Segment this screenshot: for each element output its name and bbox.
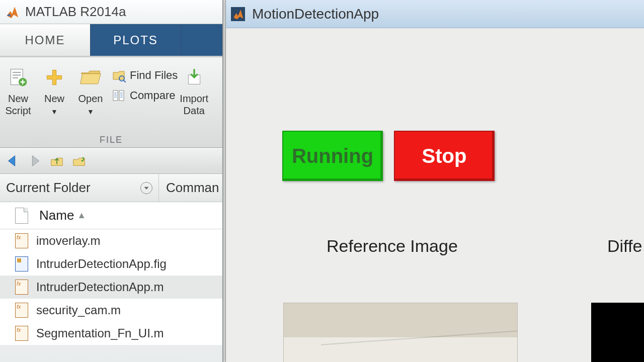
matlab-window: MATLAB R2014a HOME PLOTS NewScript New▼ … [0, 0, 223, 362]
matlab-title: MATLAB R2014a [25, 4, 126, 20]
running-button-label: Running [292, 145, 373, 167]
new-script-icon [5, 64, 31, 90]
file-row[interactable]: security_cam.m [0, 299, 222, 322]
file-list: imoverlay.mIntruderDetectionApp.figIntru… [0, 229, 222, 345]
file-name: imoverlay.m [36, 234, 101, 248]
address-navbar [0, 148, 222, 174]
chevron-down-icon: ▼ [51, 108, 58, 116]
name-column-header: Name [39, 208, 74, 223]
svg-rect-7 [119, 90, 124, 101]
svg-rect-9 [231, 7, 245, 21]
stop-button-label: Stop [422, 145, 467, 167]
reference-image-label: Reference Image [327, 236, 458, 256]
svg-rect-6 [113, 90, 118, 101]
matlab-logo-icon [5, 5, 19, 19]
command-window-label: Comman [166, 180, 219, 196]
matlab-titlebar: MATLAB R2014a [0, 0, 222, 24]
tab-plots-label: PLOTS [113, 33, 158, 47]
file-name: IntruderDetectionApp.fig [36, 257, 167, 271]
matlab-app-icon [231, 7, 245, 21]
tab-home[interactable]: HOME [0, 24, 91, 56]
back-icon[interactable] [5, 153, 20, 168]
forward-icon[interactable] [27, 153, 42, 168]
toolstrip-file-section: NewScript New▼ Open▼ Find Files [0, 57, 222, 148]
new-button[interactable]: New▼ [41, 64, 67, 117]
fig-file-icon [15, 256, 28, 272]
import-data-button[interactable]: ImportData [180, 64, 208, 117]
find-files-icon [112, 68, 126, 82]
browse-folder-icon[interactable] [71, 153, 87, 168]
app-title: MotionDetectionApp [252, 6, 379, 22]
tab-plots[interactable]: PLOTS [91, 24, 181, 56]
import-label: ImportData [180, 93, 208, 117]
file-name: security_cam.m [36, 303, 121, 317]
svg-rect-2 [13, 75, 21, 76]
file-icon [15, 208, 28, 224]
folder-open-icon [77, 64, 104, 90]
up-folder-icon[interactable] [49, 153, 64, 168]
motion-detection-app-window: MotionDetectionApp Intruder Running Stop… [225, 0, 644, 362]
open-label: Open▼ [78, 93, 103, 117]
command-window-panel-header[interactable]: Comman [159, 174, 225, 202]
new-script-button[interactable]: NewScript [5, 64, 31, 117]
panel-menu-icon[interactable] [140, 182, 152, 194]
chevron-down-icon: ▼ [87, 108, 94, 116]
running-button[interactable]: Running [282, 131, 383, 181]
tab-home-label: HOME [25, 33, 65, 47]
m-file-icon [15, 326, 28, 341]
open-button[interactable]: Open▼ [77, 64, 104, 117]
m-file-icon [15, 280, 28, 295]
svg-rect-3 [13, 77, 18, 78]
m-file-icon [15, 303, 28, 318]
app-body: Intruder Running Stop Reference Image Di… [226, 28, 644, 362]
file-name: IntruderDetectionApp.m [36, 280, 164, 294]
app-titlebar: MotionDetectionApp [226, 0, 644, 28]
toolstrip-section-label: FILE [0, 135, 222, 145]
reference-image [283, 303, 518, 362]
file-row[interactable]: imoverlay.m [0, 229, 222, 252]
file-list-header[interactable]: Name ▲ [0, 202, 222, 229]
difference-image-label: Diffe [607, 236, 642, 256]
compare-button[interactable]: Compare [112, 88, 178, 103]
file-row[interactable]: IntruderDetectionApp.m [0, 276, 222, 299]
compare-icon [112, 88, 126, 103]
stop-button[interactable]: Stop [394, 131, 495, 181]
m-file-icon [15, 233, 28, 248]
sort-asc-icon: ▲ [77, 210, 86, 221]
new-label: New▼ [44, 93, 64, 117]
file-row[interactable]: Segmentation_Fn_UI.m [0, 322, 222, 345]
plus-icon [41, 64, 67, 90]
svg-rect-1 [13, 72, 21, 73]
tab-partial[interactable] [181, 24, 222, 56]
import-icon [181, 64, 207, 90]
new-script-label: NewScript [5, 93, 31, 117]
find-files-button[interactable]: Find Files [112, 68, 178, 82]
find-files-label: Find Files [130, 69, 178, 82]
ribbon-tabs: HOME PLOTS [0, 24, 222, 57]
compare-label: Compare [130, 89, 175, 102]
file-name: Segmentation_Fn_UI.m [36, 326, 164, 340]
current-folder-panel-header[interactable]: Current Folder [0, 174, 159, 202]
panel-headers: Current Folder Comman [0, 174, 222, 202]
file-subactions: Find Files Compare [112, 68, 178, 103]
difference-image [591, 303, 644, 362]
current-folder-label: Current Folder [6, 180, 91, 196]
file-row[interactable]: IntruderDetectionApp.fig [0, 252, 222, 276]
